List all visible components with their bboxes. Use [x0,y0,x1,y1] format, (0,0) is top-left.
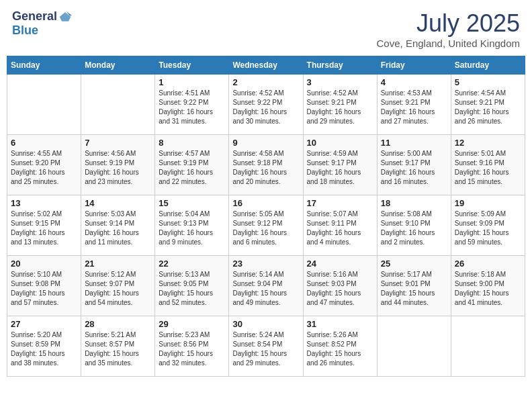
day-info: Sunrise: 4:57 AM Sunset: 9:19 PM Dayligh… [159,149,225,187]
day-info: Sunrise: 5:10 AM Sunset: 9:08 PM Dayligh… [11,270,77,308]
calendar-cell: 12Sunrise: 5:01 AM Sunset: 9:16 PM Dayli… [451,135,525,195]
calendar-body: 1Sunrise: 4:51 AM Sunset: 9:22 PM Daylig… [7,75,525,377]
day-info: Sunrise: 5:07 AM Sunset: 9:11 PM Dayligh… [307,210,373,247]
day-info: Sunrise: 5:13 AM Sunset: 9:05 PM Dayligh… [159,270,225,308]
day-info: Sunrise: 5:14 AM Sunset: 9:04 PM Dayligh… [232,270,299,308]
calendar-cell: 4Sunrise: 4:53 AM Sunset: 9:21 PM Daylig… [377,75,451,135]
calendar-cell: 3Sunrise: 4:52 AM Sunset: 9:21 PM Daylig… [303,75,377,135]
calendar-cell: 19Sunrise: 5:09 AM Sunset: 9:09 PM Dayli… [451,195,525,256]
day-number: 25 [381,259,447,269]
day-number: 12 [455,138,521,148]
calendar-cell: 16Sunrise: 5:05 AM Sunset: 9:12 PM Dayli… [229,195,303,256]
calendar-cell: 14Sunrise: 5:03 AM Sunset: 9:14 PM Dayli… [81,195,155,256]
week-row-3: 13Sunrise: 5:02 AM Sunset: 9:15 PM Dayli… [7,195,525,256]
calendar-cell: 9Sunrise: 4:58 AM Sunset: 9:18 PM Daylig… [229,135,303,195]
day-number: 20 [11,259,77,269]
day-info: Sunrise: 4:51 AM Sunset: 9:22 PM Dayligh… [159,89,225,126]
day-info: Sunrise: 5:02 AM Sunset: 9:15 PM Dayligh… [11,210,77,247]
day-number: 17 [307,198,373,208]
day-number: 13 [11,198,77,208]
calendar-cell: 28Sunrise: 5:21 AM Sunset: 8:57 PM Dayli… [81,316,155,377]
column-header-sunday: Sunday [7,56,81,75]
day-number: 4 [381,77,447,87]
logo-text-general: General [12,9,57,24]
day-number: 8 [159,138,225,148]
calendar-cell: 10Sunrise: 4:59 AM Sunset: 9:17 PM Dayli… [303,135,377,195]
day-info: Sunrise: 5:05 AM Sunset: 9:12 PM Dayligh… [232,210,299,247]
day-info: Sunrise: 5:00 AM Sunset: 9:17 PM Dayligh… [381,149,447,187]
calendar-table: SundayMondayTuesdayWednesdayThursdayFrid… [7,56,525,377]
day-number: 14 [85,198,151,208]
day-info: Sunrise: 5:20 AM Sunset: 8:59 PM Dayligh… [11,330,77,368]
logo-text-blue: Blue [12,24,38,37]
column-header-tuesday: Tuesday [155,56,229,75]
calendar-cell: 11Sunrise: 5:00 AM Sunset: 9:17 PM Dayli… [377,135,451,195]
day-info: Sunrise: 4:59 AM Sunset: 9:17 PM Dayligh… [307,149,373,187]
day-number: 6 [11,138,77,148]
day-number: 10 [307,138,373,148]
logo: General Blue [12,9,72,38]
day-info: Sunrise: 5:01 AM Sunset: 9:16 PM Dayligh… [455,149,521,187]
calendar-cell [7,75,81,135]
day-number: 21 [85,259,151,269]
calendar-cell: 8Sunrise: 4:57 AM Sunset: 9:19 PM Daylig… [155,135,229,195]
day-number: 23 [232,259,299,269]
calendar-cell: 17Sunrise: 5:07 AM Sunset: 9:11 PM Dayli… [303,195,377,256]
day-info: Sunrise: 5:12 AM Sunset: 9:07 PM Dayligh… [85,270,151,308]
week-row-4: 20Sunrise: 5:10 AM Sunset: 9:08 PM Dayli… [7,256,525,316]
day-info: Sunrise: 5:26 AM Sunset: 8:52 PM Dayligh… [307,330,373,368]
location-subtitle: Cove, England, United Kingdom [377,38,520,49]
day-number: 3 [307,77,373,87]
day-number: 11 [381,138,447,148]
day-info: Sunrise: 5:23 AM Sunset: 8:56 PM Dayligh… [159,330,225,368]
calendar-cell [81,75,155,135]
calendar-cell: 23Sunrise: 5:14 AM Sunset: 9:04 PM Dayli… [229,256,303,316]
week-row-1: 1Sunrise: 4:51 AM Sunset: 9:22 PM Daylig… [7,75,525,135]
calendar-cell: 6Sunrise: 4:55 AM Sunset: 9:20 PM Daylig… [7,135,81,195]
day-info: Sunrise: 5:16 AM Sunset: 9:03 PM Dayligh… [307,270,373,308]
column-header-thursday: Thursday [303,56,377,75]
calendar-cell: 20Sunrise: 5:10 AM Sunset: 9:08 PM Dayli… [7,256,81,316]
day-number: 16 [232,198,299,208]
day-number: 5 [455,77,521,87]
day-info: Sunrise: 4:58 AM Sunset: 9:18 PM Dayligh… [232,149,299,187]
calendar-cell [451,316,525,377]
calendar-cell: 7Sunrise: 4:56 AM Sunset: 9:19 PM Daylig… [81,135,155,195]
calendar-cell: 31Sunrise: 5:26 AM Sunset: 8:52 PM Dayli… [303,316,377,377]
day-number: 9 [232,138,299,148]
calendar-cell: 29Sunrise: 5:23 AM Sunset: 8:56 PM Dayli… [155,316,229,377]
page-header: General Blue July 2025 Cove, England, Un… [7,7,525,52]
header-row: SundayMondayTuesdayWednesdayThursdayFrid… [7,56,525,75]
calendar-header: SundayMondayTuesdayWednesdayThursdayFrid… [7,56,525,75]
day-number: 30 [232,319,299,329]
calendar-cell: 1Sunrise: 4:51 AM Sunset: 9:22 PM Daylig… [155,75,229,135]
day-number: 7 [85,138,151,148]
week-row-5: 27Sunrise: 5:20 AM Sunset: 8:59 PM Dayli… [7,316,525,377]
day-number: 22 [159,259,225,269]
day-info: Sunrise: 5:18 AM Sunset: 9:00 PM Dayligh… [455,270,521,308]
calendar-cell: 18Sunrise: 5:08 AM Sunset: 9:10 PM Dayli… [377,195,451,256]
day-info: Sunrise: 5:21 AM Sunset: 8:57 PM Dayligh… [85,330,151,368]
calendar-cell [377,316,451,377]
day-info: Sunrise: 5:24 AM Sunset: 8:54 PM Dayligh… [232,330,299,368]
day-info: Sunrise: 4:54 AM Sunset: 9:21 PM Dayligh… [455,89,521,126]
day-number: 27 [11,319,77,329]
day-info: Sunrise: 5:04 AM Sunset: 9:13 PM Dayligh… [159,210,225,247]
calendar-cell: 27Sunrise: 5:20 AM Sunset: 8:59 PM Dayli… [7,316,81,377]
day-number: 31 [307,319,373,329]
calendar-cell: 13Sunrise: 5:02 AM Sunset: 9:15 PM Dayli… [7,195,81,256]
logo-icon [58,10,72,24]
calendar-cell: 21Sunrise: 5:12 AM Sunset: 9:07 PM Dayli… [81,256,155,316]
calendar-cell: 5Sunrise: 4:54 AM Sunset: 9:21 PM Daylig… [451,75,525,135]
day-info: Sunrise: 4:52 AM Sunset: 9:21 PM Dayligh… [307,89,373,126]
day-info: Sunrise: 4:52 AM Sunset: 9:22 PM Dayligh… [232,89,299,126]
month-year-title: July 2025 [377,9,520,38]
day-info: Sunrise: 5:17 AM Sunset: 9:01 PM Dayligh… [381,270,447,308]
week-row-2: 6Sunrise: 4:55 AM Sunset: 9:20 PM Daylig… [7,135,525,195]
day-number: 2 [232,77,299,87]
day-number: 29 [159,319,225,329]
day-number: 24 [307,259,373,269]
calendar-cell: 15Sunrise: 5:04 AM Sunset: 9:13 PM Dayli… [155,195,229,256]
column-header-friday: Friday [377,56,451,75]
column-header-monday: Monday [81,56,155,75]
